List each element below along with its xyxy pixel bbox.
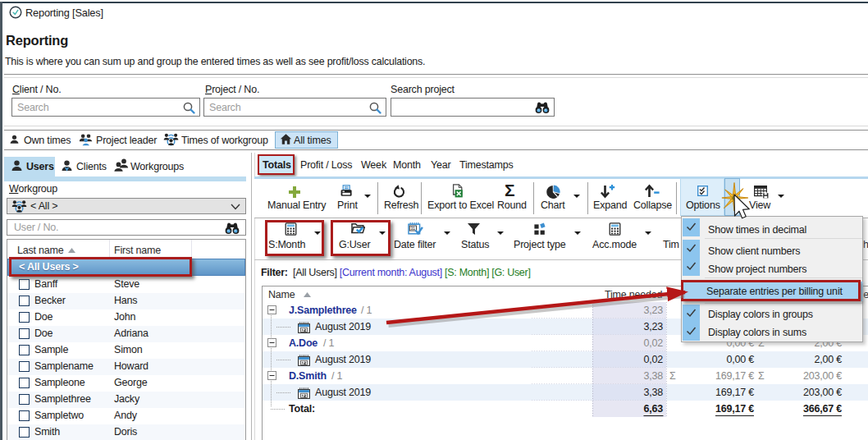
svg-text:31: 31 bbox=[410, 226, 415, 231]
